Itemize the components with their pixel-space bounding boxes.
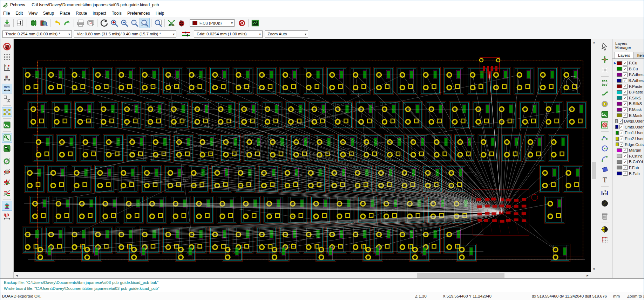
zoom-in-button[interactable] bbox=[109, 18, 119, 28]
zoom-selection-button[interactable] bbox=[140, 18, 150, 28]
layer-color-swatch[interactable] bbox=[617, 148, 622, 152]
net-inspect-button[interactable]: NET bbox=[166, 18, 176, 28]
vias-sketch-toggle[interactable] bbox=[2, 144, 12, 153]
horizontal-scrollbar[interactable]: ◄ ► bbox=[14, 272, 591, 278]
layer-row-dwgs-user[interactable]: ✓Dwgs.User bbox=[612, 118, 644, 124]
layer-visibility-checkbox[interactable]: ✓ bbox=[623, 72, 628, 77]
footprint-editor-button[interactable] bbox=[28, 18, 39, 28]
layer-color-swatch[interactable] bbox=[617, 113, 622, 117]
layer-row-f-cu[interactable]: ▶✓F.Cu bbox=[612, 60, 644, 66]
add-polygon-tool[interactable] bbox=[599, 165, 610, 174]
layer-color-swatch[interactable] bbox=[616, 142, 619, 146]
layer-visibility-checkbox[interactable]: ✓ bbox=[620, 142, 623, 147]
layer-row-b-silks[interactable]: ✓B.SilkS bbox=[612, 101, 644, 107]
cursor-shape-toggle[interactable] bbox=[2, 94, 12, 104]
highlight-net-tool[interactable] bbox=[599, 55, 610, 64]
add-arc-tool[interactable] bbox=[599, 154, 610, 164]
menu-preferences[interactable]: Preferences bbox=[124, 10, 153, 16]
plot-button[interactable] bbox=[86, 18, 96, 28]
layer-row-f-adhes[interactable]: ✓F.Adhes bbox=[612, 72, 644, 78]
drc-off-toggle[interactable] bbox=[2, 42, 12, 51]
layer-visibility-checkbox[interactable]: ✓ bbox=[623, 171, 628, 176]
layer-color-swatch[interactable] bbox=[617, 84, 622, 88]
layer-row-b-paste[interactable]: ✓B.Paste bbox=[612, 89, 644, 95]
auto-track-width-icon[interactable] bbox=[181, 30, 191, 38]
layer-color-swatch[interactable] bbox=[617, 73, 622, 77]
local-ratsnest-tool[interactable] bbox=[599, 65, 610, 75]
layer-row-eco1-user[interactable]: ✓Eco1.User bbox=[612, 130, 644, 136]
clearance-toggle[interactable] bbox=[2, 188, 12, 198]
layer-row-b-mask[interactable]: ✓B.Mask bbox=[612, 112, 644, 118]
grid-select[interactable]: Grid: 0.0254 mm (1.00 mils)▾ bbox=[194, 30, 263, 38]
layer-color-swatch[interactable] bbox=[617, 90, 622, 94]
units-inches-toggle[interactable]: in bbox=[2, 73, 12, 83]
zoom-fit-button[interactable] bbox=[129, 18, 140, 28]
plugin-button[interactable] bbox=[250, 18, 260, 28]
layer-color-swatch[interactable] bbox=[617, 160, 622, 164]
footprint-ratsnest-toggle[interactable] bbox=[2, 120, 12, 130]
layer-row-b-cu[interactable]: ✓B.Cu bbox=[612, 66, 644, 72]
layer-row-f-fab[interactable]: ✓F.Fab bbox=[612, 165, 644, 171]
drc-button[interactable] bbox=[176, 18, 187, 28]
layer-visibility-checkbox[interactable]: ✓ bbox=[623, 148, 628, 153]
via-outline-toggle[interactable] bbox=[2, 156, 12, 166]
layer-visibility-checkbox[interactable]: ✓ bbox=[623, 160, 628, 164]
layer-visibility-checkbox[interactable]: ✓ bbox=[623, 113, 628, 118]
add-via-tool[interactable] bbox=[599, 99, 610, 109]
route-track-tool[interactable] bbox=[599, 89, 610, 98]
update-pcb-button[interactable] bbox=[237, 18, 247, 28]
grid-origin-tool[interactable] bbox=[599, 235, 610, 245]
pad-holes-toggle[interactable] bbox=[2, 177, 12, 187]
layer-visibility-checkbox[interactable]: ✓ bbox=[623, 84, 628, 89]
select-tool[interactable] bbox=[599, 42, 610, 51]
save-button[interactable] bbox=[2, 18, 12, 28]
add-dimension-tool[interactable] bbox=[599, 188, 610, 198]
tab-layers[interactable]: Layers bbox=[615, 52, 634, 58]
layer-visibility-checkbox[interactable]: ✓ bbox=[623, 102, 628, 106]
layer-color-swatch[interactable] bbox=[617, 96, 622, 100]
menu-place[interactable]: Place bbox=[57, 10, 73, 16]
layer-row-b-fab[interactable]: ✓B.Fab bbox=[612, 170, 644, 176]
layer-visibility-checkbox[interactable]: ✓ bbox=[623, 107, 628, 112]
layer-visibility-checkbox[interactable]: ✓ bbox=[623, 78, 627, 83]
grid-visibility-toggle[interactable] bbox=[2, 52, 12, 62]
scroll-up-arrow[interactable]: ▲ bbox=[591, 39, 597, 45]
ratsnest-visibility-toggle[interactable] bbox=[2, 107, 12, 117]
layer-color-swatch[interactable] bbox=[615, 119, 618, 123]
layer-color-swatch[interactable] bbox=[617, 172, 622, 175]
menu-route[interactable]: Route bbox=[73, 10, 90, 16]
menu-tools[interactable]: Tools bbox=[109, 10, 124, 16]
vertical-scrollbar[interactable]: ▲ ▼ bbox=[591, 39, 597, 272]
board-setup-button[interactable] bbox=[15, 18, 25, 28]
vertical-scroll-thumb[interactable] bbox=[592, 162, 596, 179]
layer-color-swatch[interactable] bbox=[617, 67, 622, 71]
layer-color-swatch[interactable] bbox=[617, 102, 622, 106]
add-zone-tool[interactable] bbox=[599, 110, 610, 119]
layer-selector[interactable]: F.Cu (PgUp)▾ bbox=[190, 19, 235, 27]
menu-file[interactable]: File bbox=[0, 10, 13, 16]
add-text-tool[interactable]: T bbox=[599, 175, 610, 185]
scroll-left-arrow[interactable]: ◄ bbox=[14, 272, 20, 279]
track-width-select[interactable]: Track: 0.254 mm (10.00 mils) *▾ bbox=[2, 30, 72, 38]
layer-row-f-crtyd[interactable]: ✓F.CrtYd bbox=[612, 153, 644, 159]
menu-setup[interactable]: Setup bbox=[40, 10, 57, 16]
tab-items[interactable]: Items bbox=[634, 52, 644, 58]
layer-color-swatch[interactable] bbox=[616, 137, 619, 141]
add-circle-tool[interactable] bbox=[599, 144, 610, 153]
add-keepout-tool[interactable] bbox=[599, 120, 610, 130]
layer-color-swatch[interactable] bbox=[617, 61, 622, 65]
layer-row-b-crtyd[interactable]: ✓B.CrtYd bbox=[612, 159, 644, 165]
zoom-out-button[interactable] bbox=[119, 18, 129, 28]
delete-tool[interactable] bbox=[599, 211, 610, 221]
horizontal-scroll-thumb[interactable] bbox=[417, 273, 504, 278]
drill-origin-tool[interactable] bbox=[599, 224, 610, 234]
layer-row-f-paste[interactable]: ✓F.Paste bbox=[612, 83, 644, 89]
layer-visibility-checkbox[interactable]: ✓ bbox=[620, 137, 623, 141]
redraw-button[interactable] bbox=[99, 18, 109, 28]
add-footprint-tool[interactable] bbox=[599, 78, 610, 88]
pads-sketch-toggle[interactable] bbox=[2, 167, 12, 177]
tracks-sketch-toggle[interactable] bbox=[2, 133, 12, 143]
layer-visibility-checkbox[interactable]: ✓ bbox=[623, 67, 628, 71]
layer-row-f-silks[interactable]: ✓F.SilkS bbox=[612, 95, 644, 101]
undo-button[interactable] bbox=[52, 18, 62, 28]
